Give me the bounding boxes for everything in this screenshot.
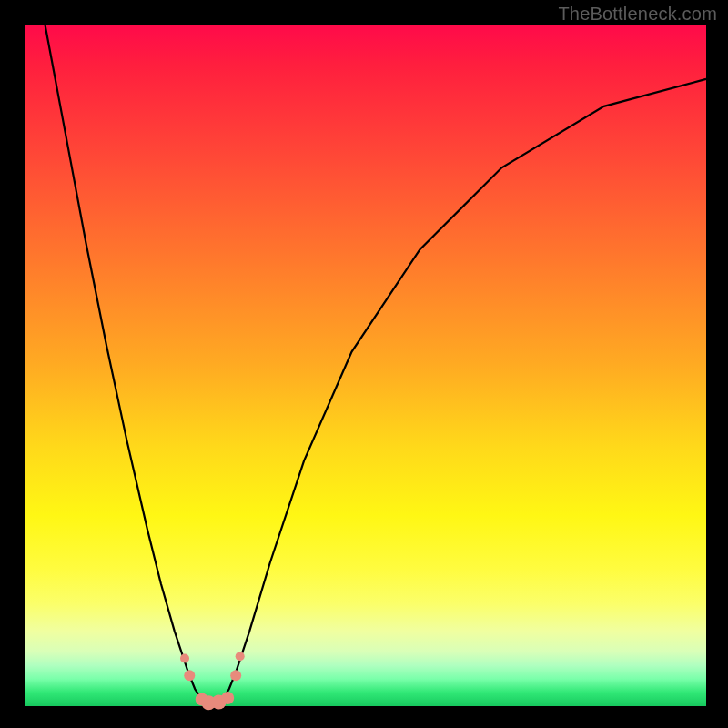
plot-area: [25, 25, 706, 706]
data-marker: [236, 652, 245, 661]
data-marker: [221, 692, 234, 704]
data-marker: [184, 670, 195, 681]
chart-frame: TheBottleneck.com: [0, 0, 728, 728]
data-marker: [180, 654, 189, 663]
data-marker: [230, 670, 241, 681]
watermark-text: TheBottleneck.com: [558, 4, 717, 25]
bottleneck-curve: [45, 25, 706, 703]
bottleneck-curve-svg: [25, 25, 706, 706]
data-markers: [180, 652, 245, 710]
